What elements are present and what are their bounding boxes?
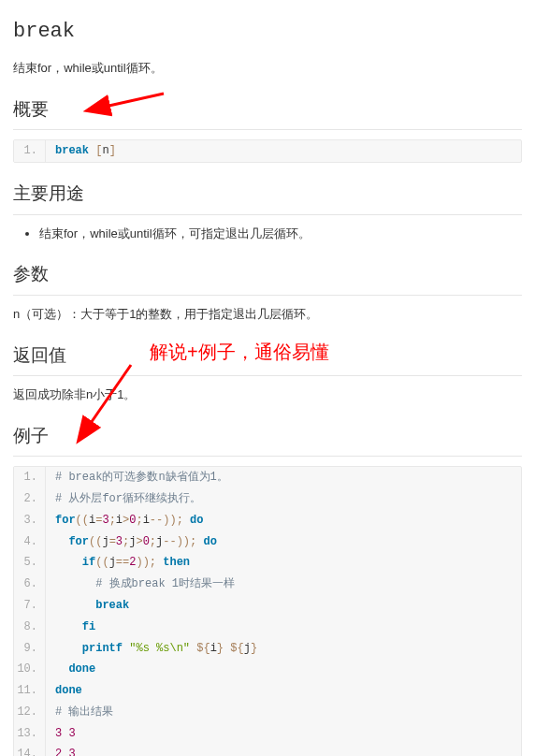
line-number: 12. (14, 702, 46, 723)
section-synopsis: 概要 (13, 95, 522, 130)
section-params: 参数 (13, 260, 522, 295)
code-text: # 从外层for循环继续执行。 (46, 488, 201, 510)
code-text: # break的可选参数n缺省值为1。 (46, 467, 228, 488)
line-number: 8. (14, 617, 46, 638)
code-line: 11.done (14, 680, 521, 702)
code-text: # 输出结果 (46, 702, 113, 723)
section-example: 例子 (13, 422, 522, 457)
code-line: 12.# 输出结果 (14, 702, 521, 723)
line-number: 10. (14, 659, 46, 680)
code-line: 13.3 3 (14, 723, 521, 745)
code-text: done (46, 659, 95, 680)
code-line: 6. # 换成break 1时结果一样 (14, 574, 521, 595)
line-number: 13. (14, 723, 46, 745)
line-number: 1. (14, 140, 46, 162)
line-number: 5. (14, 552, 46, 574)
code-text: 3 3 (46, 723, 76, 745)
code-synopsis: 1.break [n] (13, 139, 522, 163)
section-return: 返回值 (13, 342, 522, 376)
code-text: 2 3 (46, 744, 76, 756)
code-text: if((j==2)); then (46, 552, 190, 574)
code-text: break (46, 595, 129, 617)
code-line: 3.for((i=3;i>0;i--)); do (14, 510, 521, 531)
return-text: 返回成功除非n小于1。 (13, 385, 522, 405)
line-number: 3. (14, 510, 46, 531)
line-number: 1. (14, 467, 46, 488)
code-line: 1.# break的可选参数n缺省值为1。 (14, 467, 521, 488)
intro-text: 结束for，while或until循环。 (13, 59, 522, 79)
line-number: 14. (14, 744, 46, 756)
code-text: break [n] (46, 140, 116, 162)
code-text: done (46, 680, 82, 702)
line-number: 2. (14, 488, 46, 510)
code-line: 10. done (14, 659, 521, 680)
code-line: 5. if((j==2)); then (14, 552, 521, 574)
line-number: 9. (14, 638, 46, 660)
usage-list: 结束for，while或until循环，可指定退出几层循环。 (13, 225, 522, 244)
code-text: # 换成break 1时结果一样 (46, 574, 235, 595)
code-line: 8. fi (14, 617, 521, 638)
line-number: 7. (14, 595, 46, 617)
line-number: 11. (14, 680, 46, 702)
code-line: 14.2 3 (14, 744, 521, 756)
line-number: 6. (14, 574, 46, 595)
code-text: for((j=3;j>0;j--)); do (46, 531, 217, 553)
code-line: 2.# 从外层for循环继续执行。 (14, 488, 521, 510)
code-line: 7. break (14, 595, 521, 617)
usage-item: 结束for，while或until循环，可指定退出几层循环。 (39, 225, 522, 244)
code-line: 1.break [n] (14, 140, 521, 162)
code-text: for((i=3;i>0;i--)); do (46, 510, 203, 531)
code-text: printf "%s %s\n" ${i} ${j} (46, 638, 257, 660)
code-text: fi (46, 617, 95, 638)
line-number: 4. (14, 531, 46, 553)
page-title: break (13, 15, 522, 48)
code-line: 4. for((j=3;j>0;j--)); do (14, 531, 521, 553)
code-line: 9. printf "%s %s\n" ${i} ${j} (14, 638, 521, 660)
params-text: n（可选）：大于等于1的整数，用于指定退出几层循环。 (13, 305, 522, 325)
section-usage: 主要用途 (13, 180, 522, 214)
code-example: 1.# break的可选参数n缺省值为1。2.# 从外层for循环继续执行。3.… (13, 466, 522, 756)
